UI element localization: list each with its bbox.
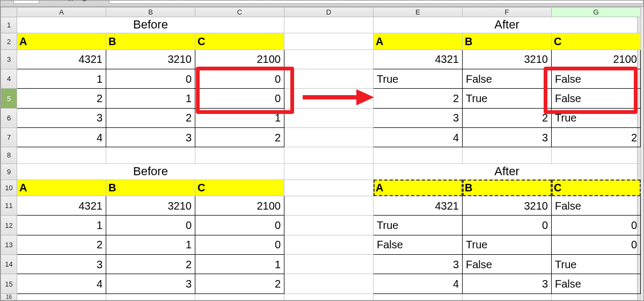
cell[interactable]: 2 bbox=[195, 274, 284, 293]
cell[interactable] bbox=[195, 293, 284, 300]
cell-D13[interactable] bbox=[284, 235, 374, 254]
title-before-2[interactable]: Before bbox=[17, 163, 284, 180]
hdr-A[interactable]: A bbox=[17, 33, 106, 49]
cell[interactable]: 0 bbox=[195, 216, 284, 235]
cell[interactable] bbox=[17, 147, 106, 163]
row-header[interactable]: 3 bbox=[1, 49, 17, 69]
cell[interactable]: 1 bbox=[195, 108, 284, 127]
cell-D11[interactable] bbox=[284, 196, 374, 216]
cell[interactable]: 2 bbox=[106, 108, 195, 127]
cell-D15[interactable] bbox=[284, 274, 374, 293]
hdr[interactable]: C bbox=[552, 180, 641, 196]
cell[interactable]: 1 bbox=[106, 89, 195, 108]
row-header[interactable]: 9 bbox=[1, 163, 17, 180]
row-header[interactable]: 16 bbox=[1, 293, 17, 300]
cell[interactable] bbox=[284, 293, 374, 300]
hdr-C2[interactable]: C bbox=[552, 33, 641, 49]
cell[interactable]: 0 bbox=[195, 89, 284, 108]
hdr-B2[interactable]: B bbox=[463, 33, 552, 49]
cell[interactable]: False bbox=[374, 235, 463, 254]
hdr[interactable]: A bbox=[374, 180, 463, 196]
hdr-A2[interactable]: A bbox=[374, 33, 463, 49]
cell[interactable]: 0 bbox=[195, 235, 284, 254]
formula-bar[interactable]: False bbox=[109, 0, 643, 4]
hdr-C[interactable]: C bbox=[195, 33, 284, 49]
cell-D12[interactable] bbox=[284, 216, 374, 235]
col-header-G[interactable]: G bbox=[552, 8, 641, 17]
cell[interactable]: 2 bbox=[463, 108, 552, 127]
cell[interactable]: 3 bbox=[374, 108, 463, 127]
title-after-2[interactable]: After bbox=[374, 163, 641, 180]
cell[interactable]: 2100 bbox=[195, 49, 284, 69]
cell[interactable]: 3210 bbox=[463, 49, 552, 69]
cell[interactable]: 3 bbox=[17, 108, 106, 127]
cell[interactable] bbox=[17, 293, 106, 300]
cell[interactable]: 4 bbox=[374, 274, 463, 293]
col-header-B[interactable]: B bbox=[106, 8, 195, 17]
cell[interactable]: 4321 bbox=[374, 49, 463, 69]
cell[interactable]: 2 bbox=[552, 128, 641, 147]
cell[interactable]: 0 bbox=[195, 69, 284, 89]
cell[interactable]: 4321 bbox=[17, 49, 106, 69]
cell[interactable]: 4 bbox=[374, 128, 463, 147]
cell-D7[interactable] bbox=[284, 128, 374, 147]
row-header[interactable]: 7 bbox=[1, 128, 17, 147]
cell[interactable] bbox=[552, 293, 641, 300]
cell[interactable]: 3210 bbox=[106, 49, 195, 69]
hdr-B[interactable]: B bbox=[106, 33, 195, 49]
name-box[interactable]: G5 bbox=[13, 0, 39, 4]
cell[interactable]: 0 bbox=[552, 235, 641, 254]
cell-D4[interactable] bbox=[284, 69, 374, 89]
cell[interactable]: 0 bbox=[463, 216, 552, 235]
cell[interactable]: 2 bbox=[17, 89, 106, 108]
title-before-1[interactable]: Before bbox=[17, 17, 284, 33]
row-header[interactable]: 12 bbox=[1, 216, 17, 235]
cell[interactable]: 3 bbox=[106, 128, 195, 147]
formula-fx-icon[interactable]: fx bbox=[68, 0, 78, 3]
cell[interactable]: 1 bbox=[195, 255, 284, 274]
row-header[interactable]: 15 bbox=[1, 274, 17, 293]
cell[interactable]: False bbox=[463, 69, 552, 89]
cell[interactable]: 1 bbox=[17, 69, 106, 89]
spreadsheet-grid[interactable]: A B C D E F G 1 Before After 2 A B C bbox=[1, 7, 637, 300]
cell[interactable]: 3210 bbox=[106, 196, 195, 216]
cell[interactable]: 4 bbox=[17, 274, 106, 293]
cell-D3[interactable] bbox=[284, 49, 374, 69]
cell[interactable]: 0 bbox=[552, 216, 641, 235]
hdr[interactable]: B bbox=[106, 180, 195, 196]
col-header-E[interactable]: E bbox=[374, 8, 463, 17]
cell[interactable]: 0 bbox=[106, 216, 195, 235]
col-header-D[interactable]: D bbox=[284, 8, 374, 17]
cell-D10[interactable] bbox=[284, 180, 374, 196]
cell[interactable] bbox=[106, 293, 195, 300]
cell-D5[interactable] bbox=[284, 89, 374, 108]
cell[interactable] bbox=[374, 293, 463, 300]
row-header[interactable]: 11 bbox=[1, 196, 17, 216]
col-header-C[interactable]: C bbox=[195, 8, 284, 17]
cell[interactable]: True bbox=[374, 216, 463, 235]
equals-icon[interactable]: = bbox=[96, 0, 106, 3]
cell[interactable]: 3 bbox=[17, 255, 106, 274]
hdr[interactable]: B bbox=[463, 180, 552, 196]
cell[interactable]: True bbox=[552, 255, 641, 274]
cell[interactable]: 4321 bbox=[17, 196, 106, 216]
cell[interactable]: True bbox=[374, 69, 463, 89]
cell[interactable]: False bbox=[552, 274, 641, 293]
cell-D2[interactable] bbox=[284, 33, 374, 49]
cell[interactable] bbox=[195, 147, 284, 163]
cell[interactable]: 2 bbox=[195, 128, 284, 147]
cell[interactable]: True bbox=[463, 89, 552, 108]
row-header[interactable]: 2 bbox=[1, 33, 17, 49]
cell[interactable]: 3 bbox=[463, 274, 552, 293]
cell[interactable] bbox=[106, 147, 195, 163]
cell[interactable]: 4 bbox=[17, 128, 106, 147]
cell[interactable]: 2100 bbox=[195, 196, 284, 216]
sum-icon[interactable]: Σ bbox=[82, 0, 92, 3]
row-header[interactable]: 10 bbox=[1, 180, 17, 196]
row-header[interactable]: 5 bbox=[1, 89, 17, 108]
cell[interactable]: 2 bbox=[374, 89, 463, 108]
row-header[interactable]: 1 bbox=[1, 17, 17, 33]
cell[interactable]: 0 bbox=[106, 69, 195, 89]
hdr[interactable]: C bbox=[195, 180, 284, 196]
cell[interactable]: 1 bbox=[17, 216, 106, 235]
